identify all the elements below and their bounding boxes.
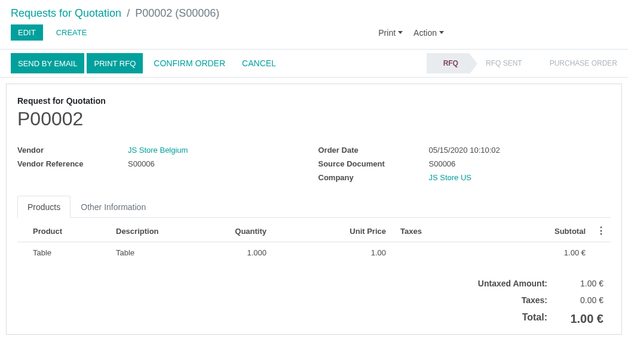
table-row[interactable]: Table Table 1.000 1.00 1.00 € (17, 242, 611, 264)
action-dropdown[interactable]: Action (413, 28, 444, 38)
cancel-button[interactable]: CANCEL (234, 53, 284, 73)
status-step-rfq-sent[interactable]: RFQ SENT (469, 53, 533, 73)
col-subtotal[interactable]: Subtotal (486, 220, 590, 242)
action-label: Action (413, 28, 437, 38)
cell-unit-price: 1.00 (271, 242, 391, 264)
control-bar: EDIT CREATE Print Action (0, 24, 628, 49)
cell-quantity: 1.000 (206, 242, 271, 264)
breadcrumb-root[interactable]: Requests for Quotation (11, 7, 121, 19)
cell-taxes (391, 242, 486, 264)
col-description[interactable]: Description (110, 220, 206, 242)
company-label: Company (318, 173, 429, 182)
record-name: P00002 (17, 108, 611, 130)
create-button[interactable]: CREATE (49, 24, 94, 41)
tab-other-information[interactable]: Other Information (71, 196, 156, 218)
taxes-label: Taxes: (455, 295, 562, 305)
status-step-po[interactable]: PURCHASE ORDER (533, 53, 628, 73)
tab-products[interactable]: Products (17, 196, 71, 218)
status-step-rfq[interactable]: RFQ (427, 53, 469, 73)
action-bar: SEND BY EMAIL PRINT RFQ CONFIRM ORDER CA… (0, 50, 628, 78)
confirm-order-button[interactable]: CONFIRM ORDER (145, 53, 234, 73)
untaxed-value: 1.00 € (562, 279, 604, 288)
source-doc-value: S00006 (429, 159, 456, 168)
print-dropdown[interactable]: Print (378, 28, 403, 38)
source-doc-label: Source Document (318, 159, 429, 168)
breadcrumb-sep: / (127, 7, 130, 19)
taxes-value: 0.00 € (562, 295, 604, 305)
totals: Untaxed Amount: 1.00 € Taxes: 0.00 € Tot… (455, 263, 611, 334)
company-value[interactable]: JS Store US (429, 173, 472, 182)
cell-subtotal: 1.00 € (486, 242, 590, 264)
col-taxes[interactable]: Taxes (391, 220, 486, 242)
vendor-ref-label: Vendor Reference (17, 159, 128, 168)
vendor-label: Vendor (17, 146, 128, 155)
chevron-down-icon (398, 31, 403, 34)
column-options-button[interactable]: ⋮ (590, 220, 611, 242)
tabs: Products Other Information (17, 195, 611, 218)
untaxed-label: Untaxed Amount: (455, 279, 562, 288)
print-label: Print (378, 28, 396, 38)
print-rfq-button[interactable]: PRINT RFQ (87, 53, 143, 73)
status-bar: RFQ RFQ SENT PURCHASE ORDER (427, 53, 628, 73)
send-email-button[interactable]: SEND BY EMAIL (11, 53, 84, 73)
breadcrumb: Requests for Quotation / P00002 (S00006) (0, 0, 628, 24)
total-label: Total: (455, 312, 562, 326)
breadcrumb-current: P00002 (S00006) (135, 7, 219, 19)
vendor-ref-value: S00006 (128, 159, 155, 168)
vendor-value[interactable]: JS Store Belgium (128, 146, 188, 155)
ellipsis-vertical-icon: ⋮ (596, 226, 606, 236)
order-lines-table: Product Description Quantity Unit Price … (17, 220, 611, 263)
total-value: 1.00 € (562, 312, 604, 326)
edit-button[interactable]: EDIT (11, 24, 43, 41)
order-date-label: Order Date (318, 146, 429, 155)
col-unit-price[interactable]: Unit Price (271, 220, 391, 242)
cell-description: Table (110, 242, 206, 264)
order-date-value: 05/15/2020 10:10:02 (429, 146, 500, 155)
cell-product: Table (17, 242, 110, 264)
title-label: Request for Quotation (17, 96, 611, 106)
col-quantity[interactable]: Quantity (206, 220, 271, 242)
col-product[interactable]: Product (17, 220, 110, 242)
chevron-down-icon (439, 31, 444, 34)
form-sheet: Request for Quotation P00002 Vendor JS S… (6, 84, 622, 335)
